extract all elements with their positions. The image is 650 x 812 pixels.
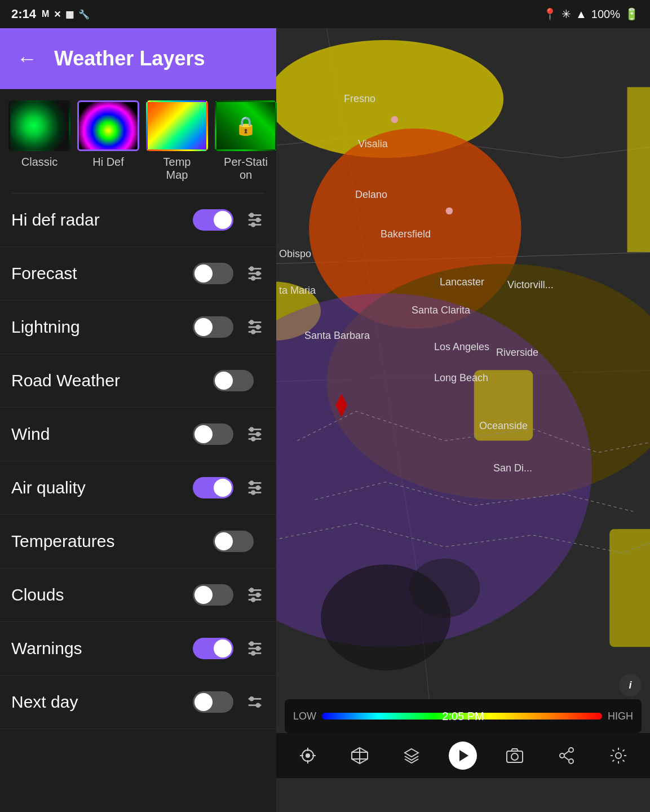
nav-maptype-button[interactable]: [346, 742, 374, 770]
map-legend: LOW 2:05 PM HIGH: [285, 699, 642, 733]
toggle-warnings[interactable]: [193, 638, 233, 659]
thumb-img-tempmap: [146, 100, 208, 151]
settings-icon-wind[interactable]: [245, 424, 265, 444]
toggle-clouds[interactable]: [193, 584, 233, 606]
toggle-knob: [194, 693, 213, 711]
svg-point-28: [257, 486, 260, 489]
battery-icon: 🔋: [625, 7, 639, 21]
toggle-next-day[interactable]: [193, 691, 233, 713]
legend-low-label: LOW: [293, 710, 316, 722]
svg-point-58: [391, 116, 398, 123]
x-icon: ✕: [54, 9, 61, 20]
status-bar: 2:14 M ✕ ▦ 🔧 📍 ✳ ▲ 100% 🔋: [0, 0, 650, 28]
city-riverside: Riverside: [496, 347, 538, 359]
toggle-knob: [215, 532, 233, 550]
svg-point-27: [250, 482, 254, 485]
bluetooth-icon: ✳: [561, 7, 571, 21]
map-info-button[interactable]: i: [619, 674, 642, 696]
toggle-knob: [194, 586, 213, 604]
toggle-forecast[interactable]: [193, 263, 233, 284]
svg-rect-56: [609, 529, 650, 647]
toggle-temperatures[interactable]: [213, 531, 254, 552]
panel-header: ← Weather Layers: [0, 28, 276, 89]
settings-icon-forecast[interactable]: [245, 263, 265, 284]
svg-point-5: [251, 223, 255, 227]
settings-icon-next-day[interactable]: [245, 692, 265, 712]
svg-point-3: [250, 214, 254, 217]
svg-point-40: [257, 647, 260, 650]
thumb-label-hidef: Hi Def: [92, 156, 124, 169]
layer-row-clouds: Clouds: [0, 568, 276, 622]
nav-play-button[interactable]: [449, 742, 477, 770]
svg-point-34: [257, 593, 260, 597]
nav-camera-button[interactable]: [501, 742, 529, 770]
thumb-label-perstation: Per-Station: [224, 156, 268, 182]
toggle-lightning[interactable]: [193, 316, 233, 338]
svg-point-55: [409, 559, 480, 618]
settings-icon-lightning[interactable]: [245, 317, 265, 337]
svg-point-61: [306, 754, 309, 757]
svg-point-59: [446, 208, 453, 215]
nav-settings-button[interactable]: [604, 742, 633, 770]
toggle-hidef-radar[interactable]: [193, 209, 233, 231]
city-fresno: Fresno: [344, 93, 375, 105]
toggle-air-quality[interactable]: [193, 477, 233, 498]
thumb-classic[interactable]: Classic: [8, 100, 70, 182]
toggle-knob: [194, 318, 213, 336]
svg-point-75: [560, 753, 564, 758]
svg-point-74: [569, 748, 573, 752]
location-icon: 📍: [543, 7, 557, 21]
city-obispo: Obispo: [279, 248, 311, 260]
status-right: 📍 ✳ ▲ 100% 🔋: [543, 7, 639, 21]
city-santabarbara: Santa Barbara: [304, 330, 370, 342]
calendar-icon: ▦: [65, 9, 74, 20]
toggle-road-weather[interactable]: [213, 370, 254, 391]
page-title: Weather Layers: [54, 47, 205, 70]
settings-icon-air-quality[interactable]: [245, 478, 265, 498]
svg-point-41: [251, 652, 255, 655]
svg-point-4: [257, 218, 260, 222]
legend-high-label: HIGH: [608, 710, 633, 722]
city-delano: Delano: [355, 189, 387, 201]
city-victorville: Victorvill...: [507, 279, 554, 291]
layer-name-forecast: Forecast: [11, 264, 193, 283]
thumb-hidef[interactable]: Hi Def: [77, 100, 139, 182]
layer-name-warnings: Warnings: [11, 639, 193, 658]
settings-icon-warnings[interactable]: [245, 638, 265, 659]
toggle-wind[interactable]: [193, 423, 233, 445]
nav-share-button[interactable]: [552, 742, 581, 770]
thumb-perstation[interactable]: Per-Station: [215, 100, 277, 182]
svg-line-77: [564, 751, 569, 754]
svg-point-44: [250, 698, 254, 701]
battery-level: 100%: [591, 8, 620, 21]
svg-point-23: [251, 438, 255, 441]
layer-row-wind: Wind: [0, 408, 276, 461]
layer-row-hidef-radar: Hi def radar: [0, 193, 276, 247]
layer-row-warnings: Warnings: [0, 622, 276, 676]
toggle-knob: [214, 639, 232, 657]
city-bakersfield: Bakersfield: [381, 228, 431, 240]
svg-point-79: [616, 753, 621, 758]
layer-row-air-quality: Air quality: [0, 461, 276, 515]
thumb-label-tempmap: TempMap: [163, 156, 191, 182]
toggle-knob: [215, 372, 233, 390]
thumb-tempmap[interactable]: TempMap: [146, 100, 208, 182]
email-icon: M: [42, 9, 49, 19]
layers-list: Hi def radar Forecast: [0, 193, 276, 812]
toggle-knob: [194, 425, 213, 443]
map-panel[interactable]: Fresno Visalia Delano Bakersfield Obispo…: [276, 28, 650, 812]
left-panel: ← Weather Layers Classic Hi Def TempMap …: [0, 28, 276, 812]
signal-icon: ▲: [576, 8, 587, 21]
nav-location-button[interactable]: [294, 742, 322, 770]
nav-layers-button[interactable]: [397, 742, 426, 770]
status-icons: M ✕ ▦ 🔧: [42, 9, 90, 20]
toggle-knob: [214, 211, 232, 229]
svg-point-21: [250, 428, 254, 431]
status-left: 2:14 M ✕ ▦ 🔧: [11, 7, 90, 21]
settings-icon-hidef-radar[interactable]: [245, 210, 265, 230]
back-button[interactable]: ←: [17, 47, 37, 70]
svg-point-16: [257, 325, 260, 329]
layer-name-next-day: Next day: [11, 692, 193, 712]
city-lancaster: Lancaster: [440, 276, 484, 288]
settings-icon-clouds[interactable]: [245, 585, 265, 605]
